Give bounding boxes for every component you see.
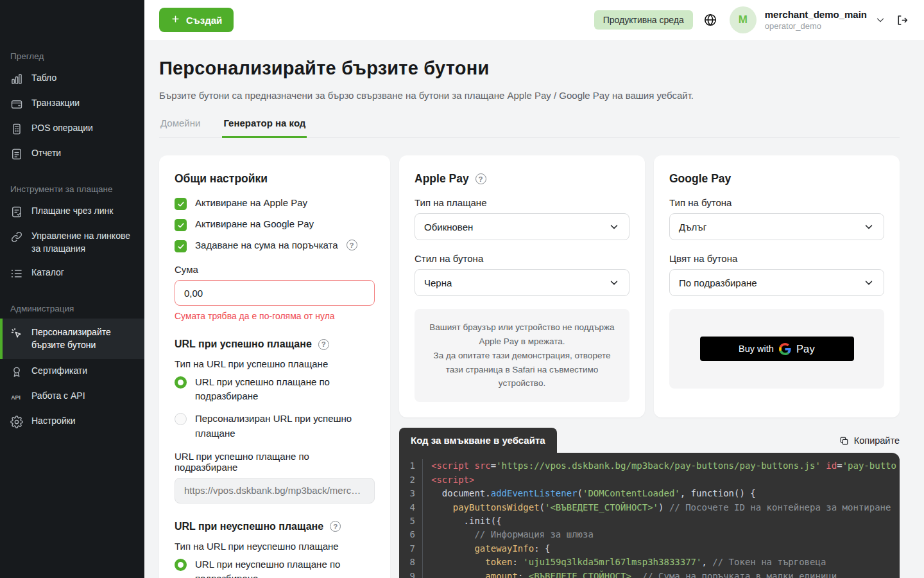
code-line-text: gatewayInfo: { bbox=[422, 542, 550, 556]
sidebar-item-label: Настройки bbox=[31, 415, 76, 428]
topbar-right: Продуктивна среда M merchant_demo_main o… bbox=[594, 6, 909, 33]
chevron-down-icon bbox=[863, 221, 875, 232]
copy-button[interactable]: Копирайте bbox=[839, 435, 900, 446]
radio-selected-icon[interactable] bbox=[175, 559, 187, 571]
code-line: 8 token: 'uju159q3lkda5mrl67lmsp3h383337… bbox=[399, 556, 900, 569]
sidebar-item-pay-link[interactable]: Плащане чрез линк bbox=[0, 199, 144, 224]
code-line-text: token: 'uju159q3lkda5mrl67lmsp3h3833377'… bbox=[422, 556, 826, 569]
code-line-text: payButtonsWidget('<ВЪВЕДЕТЕ_СТОЙНОСТ>') … bbox=[422, 501, 891, 514]
button-color-group: Цвят на бутона По подразбиране bbox=[669, 253, 884, 296]
code-line: 2<script> bbox=[399, 473, 900, 487]
code-line-number: 3 bbox=[399, 487, 422, 500]
radio-default-success-url[interactable]: URL при успешно плащане по подразбиране bbox=[175, 375, 375, 403]
code-line: 7 gatewayInfo: { bbox=[399, 542, 900, 556]
right-column: Apple Pay ? Тип на плащане Обикновен bbox=[399, 155, 900, 578]
apple-pay-notice-line: Вашият браузър или устройство не поддърж… bbox=[426, 320, 618, 349]
settings-icon bbox=[10, 416, 23, 428]
code-line: 1<script src='https://vpos.dskbank.bg/mp… bbox=[399, 459, 900, 473]
sidebar-item-label: Управление на линкове за плащания bbox=[31, 230, 134, 255]
create-button[interactable]: Създай bbox=[159, 8, 234, 32]
sidebar-section-label: Преглед bbox=[0, 51, 144, 61]
dashboard-icon bbox=[10, 73, 23, 85]
radio-unselected-icon[interactable] bbox=[175, 413, 187, 425]
button-color-label: Цвят на бутона bbox=[669, 253, 884, 264]
sidebar-section: Инструменти за плащанеПлащане чрез линкУ… bbox=[0, 184, 144, 286]
sidebar-item-label: POS операции bbox=[31, 122, 93, 135]
chevron-down-icon[interactable] bbox=[875, 14, 886, 26]
apple-button-style-select[interactable]: Черна bbox=[415, 269, 629, 296]
globe-icon[interactable] bbox=[703, 13, 717, 27]
button-type-label: Тип на бутона bbox=[669, 197, 884, 208]
sidebar-item-dashboard[interactable]: Табло bbox=[0, 66, 144, 91]
amount-input[interactable] bbox=[175, 280, 375, 306]
radio-custom-success-url[interactable]: Персонализиран URL при успешно плащане bbox=[175, 412, 375, 440]
sidebar-item-pos[interactable]: POS операции bbox=[0, 116, 144, 141]
sidebar-item-link-management[interactable]: Управление на линкове за плащания bbox=[0, 224, 144, 261]
pos-icon bbox=[10, 123, 23, 136]
code-line-number: 8 bbox=[399, 556, 422, 569]
logout-icon[interactable] bbox=[895, 13, 909, 27]
sidebar-item-certificates[interactable]: Сертификати bbox=[0, 359, 144, 384]
sidebar-item-label: Каталог bbox=[31, 267, 64, 279]
sidebar-item-api[interactable]: APIРабота с API bbox=[0, 384, 144, 409]
select-value: По подразбиране bbox=[679, 277, 757, 288]
google-button-type-select[interactable]: Дълъг bbox=[669, 213, 884, 240]
code-line: 4 payButtonsWidget('<ВЪВЕДЕТЕ_СТОЙНОСТ>'… bbox=[399, 501, 900, 514]
content: Персонализирайте бързите бутони Бързите … bbox=[144, 40, 924, 578]
google-button-color-select[interactable]: По подразбиране bbox=[669, 269, 884, 296]
help-icon[interactable]: ? bbox=[475, 173, 486, 184]
sidebar-item-catalog[interactable]: Каталог bbox=[0, 261, 144, 286]
topbar: Създай Продуктивна среда M merchant_demo… bbox=[144, 0, 924, 40]
plus-icon bbox=[171, 14, 180, 26]
sidebar-item-label: Персонализирайте бързите бутони bbox=[31, 326, 134, 351]
sidebar-item-transactions[interactable]: Транзакции bbox=[0, 91, 144, 116]
page-title: Персонализирайте бързите бутони bbox=[159, 58, 900, 79]
pay-link-icon bbox=[10, 206, 23, 218]
select-value: Обикновен bbox=[424, 222, 473, 232]
help-icon[interactable]: ? bbox=[330, 521, 341, 532]
help-icon[interactable]: ? bbox=[346, 240, 357, 250]
checkbox-row-google-pay[interactable]: Активиране на Google Pay bbox=[175, 218, 375, 231]
tab-domains[interactable]: Домейни bbox=[159, 118, 201, 137]
sidebar-item-label: Сертификати bbox=[31, 365, 87, 378]
reports-icon bbox=[10, 148, 23, 161]
payment-type-label: Тип на плащане bbox=[415, 197, 629, 208]
chevron-down-icon bbox=[863, 277, 875, 288]
sidebar-item-settings[interactable]: Настройки bbox=[0, 409, 144, 434]
sidebar-item-label: Работа с API bbox=[31, 390, 85, 403]
google-pay-preview: Buy with Pay bbox=[669, 309, 884, 389]
certificates-icon bbox=[10, 365, 23, 378]
tab-code-generator[interactable]: Генератор на код bbox=[222, 118, 307, 138]
fail-url-section-title: URL при неуспешно плащане ? bbox=[175, 521, 375, 532]
catalog-icon bbox=[10, 267, 23, 280]
apple-pay-preview-notice: Вашият браузър или устройство не поддърж… bbox=[415, 309, 629, 402]
radio-selected-icon[interactable] bbox=[175, 376, 187, 389]
checked-checkbox-icon[interactable] bbox=[175, 240, 187, 252]
sidebar-section-label: Инструменти за плащане bbox=[0, 184, 144, 194]
google-pay-card: Google Pay Тип на бутона Дълъг Цвят н bbox=[654, 155, 900, 417]
code-line-number: 7 bbox=[399, 542, 422, 556]
buy-with-gpay-button[interactable]: Buy with Pay bbox=[700, 337, 854, 361]
svg-text:API: API bbox=[11, 394, 21, 401]
code-line-number: 6 bbox=[399, 528, 422, 541]
sidebar-item-label: Плащане чрез линк bbox=[31, 205, 113, 218]
copy-button-label: Копирайте bbox=[854, 435, 900, 446]
checked-checkbox-icon[interactable] bbox=[175, 219, 187, 231]
google-g-logo-icon bbox=[779, 343, 791, 355]
apple-pay-notice-line: За да опитате тази демонстрация, отворет… bbox=[426, 349, 618, 391]
pay-cards-row: Apple Pay ? Тип на плащане Обикновен bbox=[399, 155, 900, 417]
sidebar-item-quick-buttons[interactable]: Персонализирайте бързите бутони bbox=[0, 319, 144, 359]
sidebar-item-label: Табло bbox=[31, 72, 56, 85]
code-line-text: amount: <ВЪВЕДЕТЕ_СТОЙНОСТ>, // Сума на … bbox=[422, 570, 837, 578]
radio-default-fail-url[interactable]: URL при неуспешно плащане по подразбиран… bbox=[175, 557, 375, 578]
checked-checkbox-icon[interactable] bbox=[175, 198, 187, 210]
checkbox-row-apple-pay[interactable]: Активиране на Apple Pay bbox=[175, 197, 375, 210]
avatar[interactable]: M bbox=[730, 6, 757, 33]
sidebar-item-reports[interactable]: Отчети bbox=[0, 141, 144, 166]
checkbox-row-set-amount[interactable]: Задаване на сума на поръчката ? bbox=[175, 240, 375, 252]
apple-payment-type-select[interactable]: Обикновен bbox=[415, 213, 629, 240]
code-line-number: 9 bbox=[399, 570, 422, 578]
help-icon[interactable]: ? bbox=[318, 339, 329, 350]
checkbox-label: Активиране на Apple Pay bbox=[195, 197, 307, 208]
user-menu[interactable]: merchant_demo_main operator_demo bbox=[765, 9, 867, 31]
